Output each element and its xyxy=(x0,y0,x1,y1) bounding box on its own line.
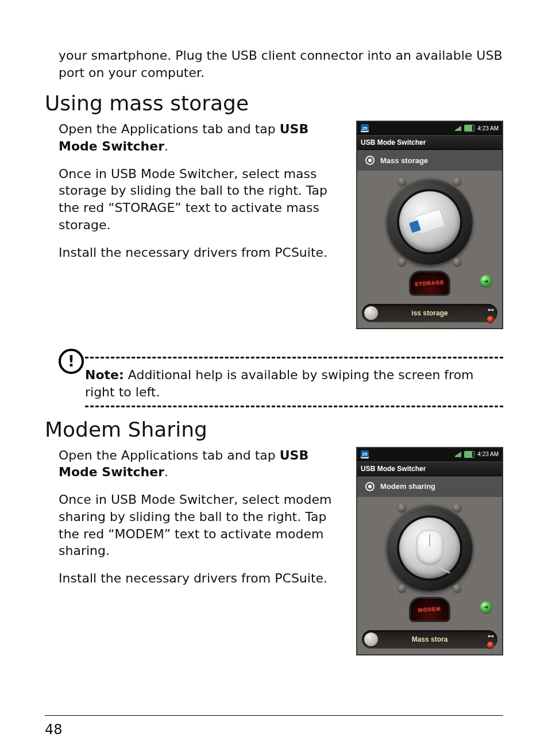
paragraph: Once in USB Mode Switcher, select modem … xyxy=(59,491,344,560)
indicator-row: MODEM xyxy=(362,597,497,626)
rivet-icon xyxy=(453,584,461,592)
usb-glyph-icon: ⊷ xyxy=(488,632,494,640)
status-bar: 25 4:23 AM xyxy=(357,122,502,135)
status-right: 4:23 AM xyxy=(453,451,499,458)
status-right: 4:23 AM xyxy=(453,125,499,132)
alert-icon: ! xyxy=(59,349,84,374)
section-body-mass-storage: Open the Applications tab and tap USB Mo… xyxy=(59,121,503,329)
footer-rule xyxy=(45,715,503,716)
signal-icon xyxy=(453,125,461,131)
rivet-icon xyxy=(453,504,461,512)
note-body: Additional help is available by swiping … xyxy=(85,368,474,399)
status-time: 4:23 AM xyxy=(477,451,499,457)
text-column: Open the Applications tab and tap USB Mo… xyxy=(59,447,344,597)
bottom-slider: iss storage ⊷ xyxy=(362,304,497,322)
app-title-bar: USB Mode Switcher xyxy=(357,461,502,476)
radio-icon xyxy=(365,156,375,165)
rivet-icon xyxy=(398,178,406,186)
modem-badge: MODEM xyxy=(409,597,450,622)
section-body-modem-sharing: Open the Applications tab and tap USB Mo… xyxy=(59,447,503,655)
badge-text: STORAGE xyxy=(415,280,445,288)
mode-row: Modem sharing xyxy=(357,476,502,497)
indicator-row: STORAGE xyxy=(362,271,497,299)
rivet-icon xyxy=(398,584,406,592)
status-left: 25 xyxy=(361,450,369,458)
paragraph: Open the Applications tab and tap USB Mo… xyxy=(59,447,344,481)
paragraph: Open the Applications tab and tap USB Mo… xyxy=(59,121,344,155)
red-dot-icon xyxy=(487,316,494,323)
calendar-icon: 25 xyxy=(361,124,369,132)
calendar-icon: 25 xyxy=(361,450,369,458)
dashed-rule xyxy=(85,357,503,358)
usb-glyph-icon: ⊷ xyxy=(488,306,494,314)
metal-panel: STORAGE iss storage ⊷ xyxy=(357,171,502,328)
paragraph: Install the necessary drivers from PCSui… xyxy=(59,244,344,261)
text-run: . xyxy=(164,139,168,153)
app-title-bar: USB Mode Switcher xyxy=(357,135,502,150)
text-run: Open the Applications tab and tap xyxy=(59,448,280,462)
intro-paragraph: your smartphone. Plug the USB client con… xyxy=(59,47,503,81)
rivet-icon xyxy=(453,178,461,186)
section-heading-modem-sharing: Modem Sharing xyxy=(45,418,503,441)
note-block: ! Note: Additional help is available by … xyxy=(59,357,503,407)
slider-ball-icon xyxy=(364,632,378,646)
page-number: 48 xyxy=(45,722,63,738)
slider-right-icons: ⊷ xyxy=(483,304,499,325)
text-run: Open the Applications tab and tap xyxy=(59,122,280,136)
storage-badge: STORAGE xyxy=(409,271,450,296)
paragraph: Install the necessary drivers from PCSui… xyxy=(59,570,344,587)
note-label: Note: xyxy=(85,368,124,382)
screenshot-mass-storage: 25 4:23 AM USB Mode Switcher Mass storag… xyxy=(356,121,503,329)
dial xyxy=(387,179,473,265)
badge-text: MODEM xyxy=(418,605,441,613)
screenshot-modem-sharing: 25 4:23 AM USB Mode Switcher Modem shari… xyxy=(356,447,503,655)
slider-right-icons: ⊷ xyxy=(483,630,499,651)
dial-face xyxy=(399,518,460,578)
rivet-icon xyxy=(453,258,461,266)
dial xyxy=(387,505,473,591)
note-text: Note: Additional help is available by sw… xyxy=(85,367,503,400)
text-column: Open the Applications tab and tap USB Mo… xyxy=(59,121,344,271)
mode-label: Modem sharing xyxy=(380,482,435,491)
slider-ball-icon xyxy=(364,306,378,320)
mode-row: Mass storage xyxy=(357,150,502,171)
mouse-icon xyxy=(416,531,443,565)
usb-drive-icon xyxy=(414,210,445,234)
signal-icon xyxy=(453,452,461,457)
status-bar: 25 4:23 AM xyxy=(357,448,502,461)
metal-panel: MODEM Mass stora ⊷ xyxy=(357,497,502,654)
go-icon xyxy=(480,601,492,613)
paragraph: Once in USB Mode Switcher, select mass s… xyxy=(59,165,344,234)
mode-label: Mass storage xyxy=(380,156,428,165)
rivet-icon xyxy=(398,258,406,266)
bottom-slider: Mass stora ⊷ xyxy=(362,630,497,649)
slider-label: Mass stora xyxy=(412,635,448,643)
text-run: . xyxy=(164,465,168,479)
go-icon xyxy=(480,275,492,287)
section-heading-mass-storage: Using mass storage xyxy=(45,91,503,115)
battery-icon xyxy=(464,451,474,458)
slider-label: iss storage xyxy=(411,309,447,317)
battery-icon xyxy=(464,125,474,132)
radio-icon xyxy=(365,482,375,491)
dial-face xyxy=(399,191,460,252)
red-dot-icon xyxy=(487,642,494,649)
dashed-rule xyxy=(85,406,503,407)
status-left: 25 xyxy=(361,124,369,132)
rivet-icon xyxy=(398,504,406,512)
status-time: 4:23 AM xyxy=(477,125,499,132)
page: your smartphone. Plug the USB client con… xyxy=(0,0,548,756)
